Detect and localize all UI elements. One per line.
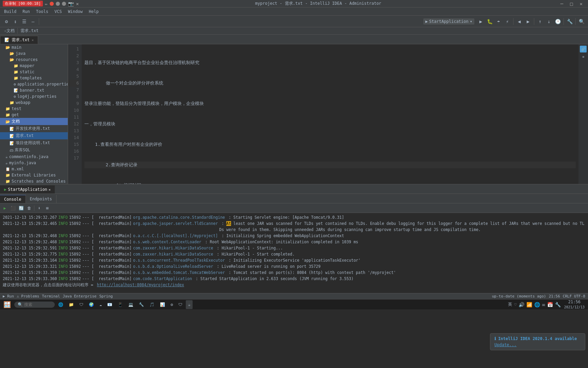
taskbar-app-btn-11[interactable]: 📊 <box>158 300 167 309</box>
toolbar-profile-btn[interactable]: ⚡ <box>504 18 511 25</box>
toolbar-run-btn[interactable]: ▶ <box>477 18 485 25</box>
sidebar-item-requirements[interactable]: 需求.txt <box>0 132 68 139</box>
sidebar-item-main[interactable]: main <box>0 44 68 50</box>
toolbar-forward-btn[interactable]: ▶ <box>524 18 532 25</box>
tray-globe[interactable]: 🌐 <box>534 302 541 307</box>
console-stop-btn[interactable]: ⬛ <box>10 205 16 212</box>
sidebar-item-commentinfo[interactable]: commentinfo.java <box>0 154 68 160</box>
taskbar-search-bar[interactable]: 🔍 <box>14 302 55 308</box>
taskbar-app-btn-8[interactable]: 💻 <box>126 300 135 309</box>
sidebar-item-static[interactable]: static <box>0 69 68 75</box>
menu-run[interactable]: Run <box>20 9 33 15</box>
sidebar-item-project-guide[interactable]: 项目使用说明.txt <box>0 139 68 147</box>
toolbar-btn-3[interactable]: ☰ <box>20 18 28 25</box>
sidebar-item-external-libs[interactable]: External Libraries <box>0 172 68 178</box>
edit-icon[interactable]: ✏ <box>45 1 48 6</box>
start-app-dropdown[interactable]: ▶ StartApplication ▾ <box>423 18 474 25</box>
spring-btn[interactable]: Spring <box>99 294 113 298</box>
taskbar-search-input[interactable] <box>24 302 51 307</box>
notif-update-link[interactable]: Update... <box>494 342 517 347</box>
sidebar-item-log4j[interactable]: log4j.properties <box>0 93 68 99</box>
console-restart-btn[interactable]: 🔄 <box>18 205 24 212</box>
sidebar-item-get[interactable]: get <box>0 112 68 118</box>
run-tab-start-app[interactable]: ▶ StartApplication ✕ <box>0 185 55 194</box>
tray-settings[interactable]: 🔧 <box>554 302 561 307</box>
sidebar-item-docs[interactable]: 文档 <box>0 118 68 125</box>
toolbar-history-btn[interactable]: 🕐 <box>554 18 561 25</box>
tray-calendar[interactable]: 📅 <box>546 302 554 307</box>
gutter-btn-2[interactable]: ≡ <box>580 53 587 60</box>
gutter-btn-1[interactable]: 🔗 <box>580 46 587 52</box>
toolbar-coverage-btn[interactable]: ☂ <box>495 18 502 25</box>
taskbar-app-btn-7[interactable]: 📱 <box>116 300 125 309</box>
pause-btn[interactable] <box>56 2 60 6</box>
console-run-btn[interactable]: ▶ <box>1 205 8 212</box>
record-btn[interactable] <box>62 2 66 6</box>
menu-help[interactable]: Help <box>86 9 101 15</box>
sidebar-item-sql[interactable]: 库库SQL <box>0 147 68 154</box>
minimize-btn[interactable]: ─ <box>558 1 566 6</box>
console-fold-btn[interactable]: ⊞ <box>44 205 51 212</box>
sidebar-item-java[interactable]: java <box>0 50 68 57</box>
tray-volume[interactable]: 🔊 <box>518 302 525 307</box>
sidebar-item-xml[interactable]: m.xml <box>0 166 68 172</box>
taskbar-app-btn-12[interactable]: ⚙ <box>168 300 175 309</box>
toolbar-debug-btn[interactable]: 🐛 <box>486 18 493 25</box>
taskbar-app-btn-14[interactable]: ☕ <box>186 300 192 309</box>
taskbar-app-btn-10[interactable]: 🎵 <box>147 300 157 309</box>
maximize-btn[interactable]: □ <box>567 1 575 6</box>
sidebar-item-mapper[interactable]: mapper <box>0 63 68 69</box>
sidebar-item-scratches[interactable]: Scratches and Consoles <box>0 178 68 184</box>
editor-content[interactable]: 1 2 3 4 5 6 7 8 9 10 11 12 13 14 15 16 1… <box>68 44 588 184</box>
toolbar-git-btn[interactable]: ↑ <box>536 18 544 25</box>
problems-btn[interactable]: ⚠ Problems <box>17 294 39 298</box>
taskbar-start-btn[interactable]: 🪟 <box>1 300 13 309</box>
taskbar-app-btn-13[interactable]: 🛡 <box>176 300 184 309</box>
taskbar-app-btn-2[interactable]: 📁 <box>67 300 76 309</box>
console-tab[interactable]: Console <box>0 195 26 203</box>
run-tab-close-btn[interactable]: ✕ <box>49 188 51 191</box>
taskbar-app-btn-4[interactable]: 🌍 <box>87 300 96 309</box>
project-url-link[interactable]: http://localhost:8084/myproject/index <box>97 282 184 288</box>
taskbar-app-btn-1[interactable]: 🌐 <box>56 300 65 309</box>
endpoints-tab[interactable]: Endpoints <box>26 195 56 203</box>
file-tab-requirements[interactable]: 📝 需求.txt ✕ <box>0 36 38 44</box>
sidebar-item-resources[interactable]: resources <box>0 57 68 63</box>
taskbar-app-btn-5[interactable]: ☁ <box>97 300 104 309</box>
menu-vcs[interactable]: VCS <box>52 9 65 15</box>
file-tab-close-btn[interactable]: ✕ <box>32 38 34 42</box>
tray-network[interactable]: 📶 <box>526 302 533 307</box>
sidebar-item-webapp[interactable]: webapp <box>0 99 68 106</box>
toolbar-settings-btn[interactable]: 🔧 <box>566 18 573 25</box>
sidebar-item-banner[interactable]: banner.txt <box>0 87 68 93</box>
sidebar-item-myinfo[interactable]: myinfo.java <box>0 160 68 166</box>
toolbar-git-down-btn[interactable]: ↓ <box>545 18 553 25</box>
run-status-btn[interactable]: ▶ Run <box>3 294 14 298</box>
toolbar-search-btn[interactable]: 🔍 <box>578 18 585 25</box>
console-scroll-end-btn[interactable]: ⬇ <box>36 205 43 212</box>
tray-mail[interactable]: ✉ <box>541 302 545 307</box>
close-recording-btn[interactable]: ✕ <box>76 1 79 6</box>
taskbar-app-btn-9[interactable]: 🔧 <box>137 300 146 309</box>
console-content[interactable]: 2021-12-13 15:29:32.267 INFO 15892 --- [… <box>0 213 588 293</box>
toolbar-btn-1[interactable]: ⚙ <box>3 18 10 25</box>
terminal-btn[interactable]: Terminal <box>42 294 60 298</box>
tray-heart[interactable]: ♡ <box>513 302 517 307</box>
toolbar-back-btn[interactable]: ◀ <box>516 18 523 25</box>
sidebar-item-application-prop[interactable]: application.properties <box>0 81 68 87</box>
camera-icon[interactable]: 📷 <box>68 1 74 6</box>
sidebar-item-dev-tech[interactable]: 开发技术使用.txt <box>0 125 68 132</box>
sidebar-item-test[interactable]: test <box>0 106 68 112</box>
taskbar-app-btn-6[interactable]: 📧 <box>105 300 114 309</box>
menu-window[interactable]: Window <box>65 9 85 15</box>
stop-btn[interactable] <box>50 2 54 6</box>
menu-tools[interactable]: Tools <box>33 9 51 15</box>
window-close-btn[interactable]: ✕ <box>577 1 585 6</box>
tray-lang[interactable]: 英 <box>507 302 513 307</box>
sidebar-item-templates[interactable]: templates <box>0 75 68 81</box>
java-enterprise-btn[interactable]: Java Enterprise <box>63 294 96 298</box>
console-clear-btn[interactable]: 🗑 <box>26 205 33 212</box>
toolbar-btn-4[interactable]: — <box>29 18 37 25</box>
taskbar-app-btn-3[interactable]: 🛡 <box>77 300 85 309</box>
editor-text[interactable]: 题目，基于区块链的电商平台型企业社会责任治理机制研究 做一个对企业的评分评价系统… <box>82 44 578 184</box>
